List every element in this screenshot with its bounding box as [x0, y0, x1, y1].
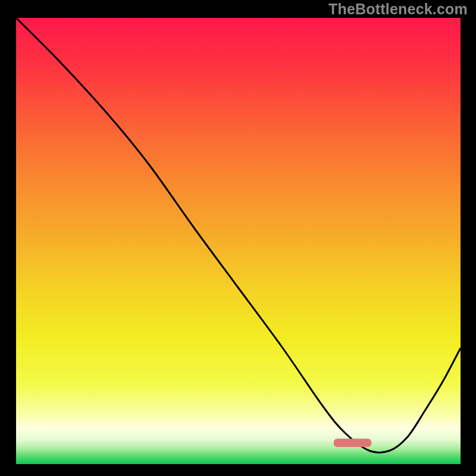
chart-frame: TheBottleneck.com: [0, 0, 476, 476]
plot-background: [16, 18, 461, 464]
chart-canvas: [0, 0, 476, 476]
optimal-marker: [334, 439, 371, 447]
